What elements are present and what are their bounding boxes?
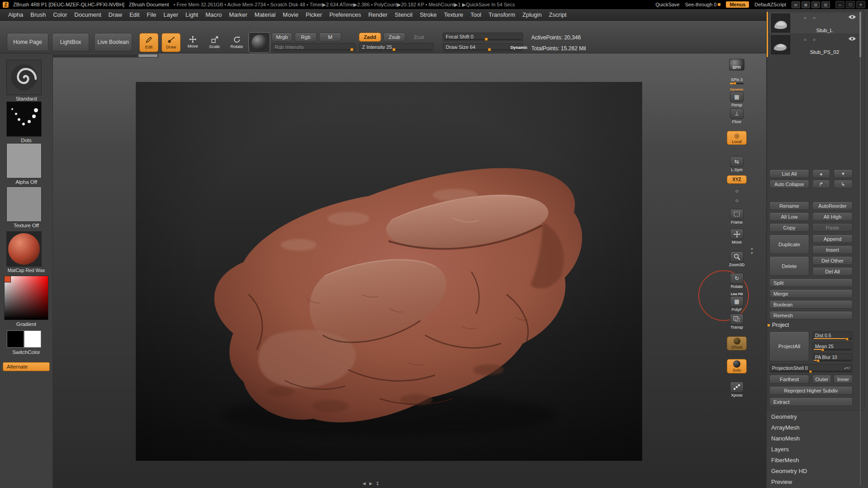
menu-movie[interactable]: Movie xyxy=(279,11,302,18)
append-button[interactable]: Append xyxy=(812,234,853,243)
list-all-button[interactable]: List All xyxy=(769,169,809,178)
polypaint-toggle-icon[interactable]: ○ xyxy=(804,15,806,20)
collapse-a-button[interactable]: ↱ xyxy=(812,180,830,188)
rgb-button[interactable]: Rgb xyxy=(295,33,317,42)
see-through-knob[interactable] xyxy=(718,3,720,6)
panel-scrollbar[interactable] xyxy=(860,12,861,485)
focal-shift-slider[interactable]: Focal Shift 0 xyxy=(443,33,523,41)
polyf-button[interactable]: Line Fill ▦ PolyF xyxy=(724,292,749,312)
zoom3d-button[interactable]: Zoom3D xyxy=(724,251,749,267)
farthest-button[interactable]: Farthest xyxy=(769,375,809,383)
menu-document[interactable]: Document xyxy=(71,11,105,18)
secondary-color-swatch[interactable] xyxy=(24,330,41,348)
maximize-button[interactable]: □ xyxy=(846,1,855,8)
pivot-toggle-1[interactable]: ○ xyxy=(724,188,749,194)
merge-section[interactable]: Merge xyxy=(769,289,853,298)
menu-zplugin[interactable]: Zplugin xyxy=(519,11,545,18)
z-intensity-slider[interactable]: Z Intensity 25 xyxy=(359,43,434,52)
quicksave-button[interactable]: QuickSave xyxy=(656,2,680,7)
menu-stroke[interactable]: Stroke xyxy=(416,11,440,18)
menu-zscript[interactable]: Zscript xyxy=(545,11,570,18)
layout-icon[interactable]: ▧ xyxy=(821,1,830,8)
delete-button[interactable]: Delete xyxy=(769,256,809,276)
project-section-header[interactable]: Project xyxy=(768,322,789,328)
menu-edit[interactable]: Edit xyxy=(126,11,143,18)
ghost-button[interactable]: Ghost xyxy=(724,336,749,350)
m-button[interactable]: M xyxy=(319,33,341,42)
rotate-mode-button[interactable]: Rotate xyxy=(228,33,246,51)
split-section[interactable]: Split xyxy=(769,278,853,287)
dynamic-tag[interactable]: Dynamic xyxy=(510,45,528,50)
current-brush-button[interactable] xyxy=(6,60,42,95)
current-alpha-button[interactable] xyxy=(6,143,42,178)
transp-button[interactable]: Transp xyxy=(724,314,749,330)
xyz-button[interactable]: XYZ xyxy=(724,175,749,184)
del-other-button[interactable]: Del Other xyxy=(812,256,853,265)
draw-size-knob[interactable] xyxy=(488,48,491,51)
focal-shift-knob[interactable] xyxy=(485,38,488,41)
right-tray-handle[interactable]: ▸▸ xyxy=(751,247,754,255)
menus-button[interactable]: Menus xyxy=(726,1,749,8)
rgb-intensity-slider[interactable]: Rgb Intensity xyxy=(272,43,356,52)
menu-stencil[interactable]: Stencil xyxy=(391,11,416,18)
grid-icon[interactable]: ▦ xyxy=(801,1,810,8)
rename-button[interactable]: Rename xyxy=(769,201,809,210)
menu-render[interactable]: Render xyxy=(365,11,391,18)
solo-button[interactable]: Solo xyxy=(724,359,749,373)
mean-slider[interactable]: Mean 25 xyxy=(812,342,853,351)
duplicate-button[interactable]: Duplicate xyxy=(769,234,809,254)
z-intensity-knob[interactable] xyxy=(392,48,396,51)
nanomesh-palette[interactable]: NanoMesh xyxy=(771,435,800,442)
default-zscript-button[interactable]: DefaultZScript xyxy=(754,2,786,7)
pa-blur-slider[interactable]: PA Blur 10 xyxy=(812,353,853,362)
rotate-3d-button[interactable]: ↻ Rotate xyxy=(724,273,749,289)
all-high-button[interactable]: All High xyxy=(812,212,853,221)
menu-macro[interactable]: Macro xyxy=(202,11,225,18)
see-through-slider[interactable]: See-through 0 xyxy=(685,2,721,7)
pivot-toggle-2[interactable]: ○ xyxy=(724,197,749,204)
menu-preferences[interactable]: Preferences xyxy=(326,11,365,18)
menu-material[interactable]: Material xyxy=(251,11,279,18)
layers-palette[interactable]: Layers xyxy=(771,446,789,453)
scroll-down-icon[interactable]: ▼ xyxy=(376,483,379,486)
minimize-button[interactable]: – xyxy=(835,1,844,8)
dist-slider[interactable]: Dist 0.5 xyxy=(812,331,853,340)
menu-picker[interactable]: Picker xyxy=(302,11,326,18)
home-page-button[interactable]: Home Page xyxy=(7,33,48,51)
subtool-down-button[interactable]: ▼ xyxy=(834,169,853,178)
alternate-button[interactable]: Alternate xyxy=(3,362,50,371)
fibermesh-palette[interactable]: FiberMesh xyxy=(771,457,799,464)
subtool-row-stub-ps-02[interactable]: ○ ○ Stub_PS_02 xyxy=(769,34,860,55)
geometry-hd-palette[interactable]: Geometry HD xyxy=(771,468,807,474)
color-picker[interactable] xyxy=(4,276,48,320)
current-texture-button[interactable] xyxy=(6,187,42,222)
mrgb-button[interactable]: Mrgb xyxy=(272,33,292,42)
menu-marker[interactable]: Marker xyxy=(225,11,251,18)
edit-mode-button[interactable]: Edit xyxy=(139,33,158,52)
inner-button[interactable]: Inner xyxy=(834,375,853,383)
remesh-section[interactable]: Remesh xyxy=(769,311,853,320)
persp-button[interactable]: Dynamic ▦ Persp xyxy=(724,88,749,107)
menu-light[interactable]: Light xyxy=(182,11,202,18)
canvas-scroll-controls[interactable]: ◀ ▶ ▲ ▼ xyxy=(362,481,379,486)
collapse-b-button[interactable]: ↳ xyxy=(834,180,853,188)
boolean-section[interactable]: Boolean xyxy=(769,300,853,309)
menu-draw[interactable]: Draw xyxy=(105,11,126,18)
reproject-button[interactable]: Reproject Higher Subdiv xyxy=(769,386,853,395)
current-material-button[interactable] xyxy=(248,32,270,53)
move-mode-button[interactable]: Move xyxy=(184,33,202,51)
current-stroke-button[interactable] xyxy=(6,101,42,137)
paste-button[interactable]: Paste xyxy=(812,223,853,232)
menu-color[interactable]: Color xyxy=(49,11,71,18)
sculpt-canvas[interactable] xyxy=(136,82,642,461)
autoreorder-button[interactable]: AutoReorder xyxy=(812,201,853,210)
project-all-button[interactable]: ProjectAll xyxy=(769,331,809,361)
lightbox-button[interactable]: LightBox xyxy=(52,33,89,51)
document-h-scrollbar[interactable] xyxy=(52,54,158,57)
geometry-palette[interactable]: Geometry xyxy=(771,413,797,420)
zcut-button[interactable]: Zcut xyxy=(408,33,430,42)
main-color-swatch[interactable] xyxy=(7,330,24,348)
auto-collapse-button[interactable]: Auto Collapse xyxy=(769,180,809,188)
projection-shell-slider[interactable]: ProjectionShell 0 ▴▾z xyxy=(769,364,853,373)
menu-file[interactable]: File xyxy=(143,11,160,18)
